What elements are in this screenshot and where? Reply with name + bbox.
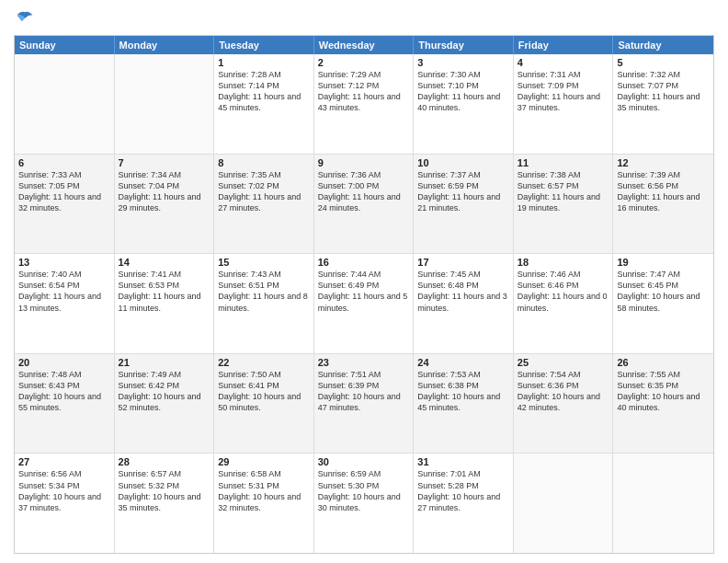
- cell-text: Sunrise: 7:38 AM Sunset: 6:57 PM Dayligh…: [518, 169, 609, 214]
- day-number: 3: [417, 57, 509, 68]
- cell-text: Sunrise: 7:36 AM Sunset: 7:00 PM Dayligh…: [318, 169, 410, 214]
- calendar-cell: 24Sunrise: 7:53 AM Sunset: 6:38 PM Dayli…: [414, 354, 514, 454]
- day-number: 6: [18, 157, 110, 168]
- day-number: 9: [318, 157, 410, 168]
- day-number: 2: [318, 57, 410, 68]
- day-number: 16: [318, 257, 410, 268]
- calendar-cell: 23Sunrise: 7:51 AM Sunset: 6:39 PM Dayli…: [314, 354, 415, 454]
- cell-text: Sunrise: 7:34 AM Sunset: 7:04 PM Dayligh…: [119, 169, 210, 214]
- calendar-row: 6Sunrise: 7:33 AM Sunset: 7:05 PM Daylig…: [15, 155, 713, 255]
- calendar-cell: 16Sunrise: 7:44 AM Sunset: 6:49 PM Dayli…: [314, 254, 415, 353]
- calendar-row: 1Sunrise: 7:28 AM Sunset: 7:14 PM Daylig…: [15, 54, 713, 155]
- calendar-cell: 14Sunrise: 7:41 AM Sunset: 6:53 PM Dayli…: [115, 254, 215, 353]
- cell-text: Sunrise: 7:53 AM Sunset: 6:38 PM Dayligh…: [417, 369, 509, 414]
- cell-text: Sunrise: 7:49 AM Sunset: 6:42 PM Dayligh…: [119, 369, 210, 414]
- cell-text: Sunrise: 7:01 AM Sunset: 5:28 PM Dayligh…: [417, 468, 509, 513]
- calendar-cell: 9Sunrise: 7:36 AM Sunset: 7:00 PM Daylig…: [314, 155, 415, 254]
- cell-text: Sunrise: 7:28 AM Sunset: 7:14 PM Dayligh…: [218, 69, 310, 114]
- cell-text: Sunrise: 7:30 AM Sunset: 7:10 PM Dayligh…: [417, 69, 509, 114]
- cell-text: Sunrise: 6:56 AM Sunset: 5:34 PM Dayligh…: [18, 468, 110, 513]
- calendar-cell: 20Sunrise: 7:48 AM Sunset: 6:43 PM Dayli…: [15, 354, 115, 454]
- calendar-cell: 7Sunrise: 7:34 AM Sunset: 7:04 PM Daylig…: [115, 155, 215, 254]
- calendar-cell: 11Sunrise: 7:38 AM Sunset: 6:57 PM Dayli…: [514, 155, 614, 254]
- day-number: 7: [119, 157, 210, 168]
- calendar-header-day: Wednesday: [314, 36, 415, 54]
- day-number: 26: [617, 357, 710, 368]
- calendar-row: 20Sunrise: 7:48 AM Sunset: 6:43 PM Dayli…: [15, 354, 713, 454]
- day-number: 14: [119, 257, 210, 268]
- day-number: 21: [119, 357, 210, 368]
- cell-text: Sunrise: 6:58 AM Sunset: 5:31 PM Dayligh…: [218, 468, 310, 513]
- calendar-cell: 2Sunrise: 7:29 AM Sunset: 7:12 PM Daylig…: [314, 54, 415, 154]
- calendar-cell: [115, 54, 215, 154]
- calendar-cell: 12Sunrise: 7:39 AM Sunset: 6:56 PM Dayli…: [613, 155, 713, 254]
- cell-text: Sunrise: 7:35 AM Sunset: 7:02 PM Dayligh…: [218, 169, 310, 214]
- day-number: 29: [218, 456, 310, 467]
- calendar: SundayMondayTuesdayWednesdayThursdayFrid…: [14, 35, 714, 554]
- day-number: 4: [518, 57, 609, 68]
- calendar-cell: 19Sunrise: 7:47 AM Sunset: 6:45 PM Dayli…: [613, 254, 713, 353]
- day-number: 24: [417, 357, 509, 368]
- day-number: 10: [417, 157, 509, 168]
- calendar-row: 13Sunrise: 7:40 AM Sunset: 6:54 PM Dayli…: [15, 254, 713, 354]
- day-number: 12: [617, 157, 710, 168]
- day-number: 5: [617, 57, 710, 68]
- cell-text: Sunrise: 7:32 AM Sunset: 7:07 PM Dayligh…: [617, 69, 710, 114]
- cell-text: Sunrise: 7:40 AM Sunset: 6:54 PM Dayligh…: [18, 269, 110, 314]
- cell-text: Sunrise: 7:45 AM Sunset: 6:48 PM Dayligh…: [417, 269, 509, 314]
- day-number: 19: [617, 257, 710, 268]
- calendar-header-day: Thursday: [414, 36, 514, 54]
- day-number: 20: [18, 357, 110, 368]
- header: [14, 9, 714, 28]
- calendar-body: 1Sunrise: 7:28 AM Sunset: 7:14 PM Daylig…: [15, 54, 713, 553]
- calendar-cell: [613, 454, 713, 553]
- day-number: 1: [218, 57, 310, 68]
- calendar-cell: 17Sunrise: 7:45 AM Sunset: 6:48 PM Dayli…: [414, 254, 514, 353]
- cell-text: Sunrise: 7:44 AM Sunset: 6:49 PM Dayligh…: [318, 269, 410, 314]
- cell-text: Sunrise: 7:55 AM Sunset: 6:35 PM Dayligh…: [617, 369, 710, 414]
- day-number: 13: [18, 257, 110, 268]
- page: SundayMondayTuesdayWednesdayThursdayFrid…: [0, 0, 728, 563]
- calendar-cell: 4Sunrise: 7:31 AM Sunset: 7:09 PM Daylig…: [514, 54, 614, 154]
- calendar-cell: 13Sunrise: 7:40 AM Sunset: 6:54 PM Dayli…: [15, 254, 115, 353]
- cell-text: Sunrise: 7:47 AM Sunset: 6:45 PM Dayligh…: [617, 269, 710, 314]
- cell-text: Sunrise: 7:31 AM Sunset: 7:09 PM Dayligh…: [518, 69, 609, 114]
- calendar-cell: 6Sunrise: 7:33 AM Sunset: 7:05 PM Daylig…: [15, 155, 115, 254]
- calendar-cell: 21Sunrise: 7:49 AM Sunset: 6:42 PM Dayli…: [115, 354, 215, 454]
- cell-text: Sunrise: 7:51 AM Sunset: 6:39 PM Dayligh…: [318, 369, 410, 414]
- cell-text: Sunrise: 7:50 AM Sunset: 6:41 PM Dayligh…: [218, 369, 310, 414]
- cell-text: Sunrise: 7:41 AM Sunset: 6:53 PM Dayligh…: [119, 269, 210, 314]
- cell-text: Sunrise: 7:33 AM Sunset: 7:05 PM Dayligh…: [18, 169, 110, 214]
- calendar-header-day: Saturday: [613, 36, 713, 54]
- calendar-cell: 26Sunrise: 7:55 AM Sunset: 6:35 PM Dayli…: [613, 354, 713, 454]
- calendar-header-day: Tuesday: [214, 36, 314, 54]
- day-number: 27: [18, 456, 110, 467]
- calendar-header-day: Friday: [514, 36, 614, 54]
- cell-text: Sunrise: 7:37 AM Sunset: 6:59 PM Dayligh…: [417, 169, 509, 214]
- calendar-row: 27Sunrise: 6:56 AM Sunset: 5:34 PM Dayli…: [15, 454, 713, 553]
- calendar-header-day: Sunday: [15, 36, 115, 54]
- day-number: 17: [417, 257, 509, 268]
- cell-text: Sunrise: 7:29 AM Sunset: 7:12 PM Dayligh…: [318, 69, 410, 114]
- day-number: 11: [518, 157, 609, 168]
- calendar-cell: 25Sunrise: 7:54 AM Sunset: 6:36 PM Dayli…: [514, 354, 614, 454]
- calendar-cell: 1Sunrise: 7:28 AM Sunset: 7:14 PM Daylig…: [214, 54, 314, 154]
- calendar-cell: 27Sunrise: 6:56 AM Sunset: 5:34 PM Dayli…: [15, 454, 115, 553]
- logo-area: [14, 9, 36, 28]
- day-number: 28: [119, 456, 210, 467]
- cell-text: Sunrise: 6:57 AM Sunset: 5:32 PM Dayligh…: [119, 468, 210, 513]
- calendar-cell: 31Sunrise: 7:01 AM Sunset: 5:28 PM Dayli…: [414, 454, 514, 553]
- calendar-cell: 30Sunrise: 6:59 AM Sunset: 5:30 PM Dayli…: [314, 454, 415, 553]
- calendar-cell: 18Sunrise: 7:46 AM Sunset: 6:46 PM Dayli…: [514, 254, 614, 353]
- calendar-cell: 15Sunrise: 7:43 AM Sunset: 6:51 PM Dayli…: [214, 254, 314, 353]
- calendar-cell: 22Sunrise: 7:50 AM Sunset: 6:41 PM Dayli…: [214, 354, 314, 454]
- calendar-cell: 3Sunrise: 7:30 AM Sunset: 7:10 PM Daylig…: [414, 54, 514, 154]
- calendar-cell: [514, 454, 614, 553]
- day-number: 15: [218, 257, 310, 268]
- calendar-header-day: Monday: [115, 36, 215, 54]
- day-number: 8: [218, 157, 310, 168]
- cell-text: Sunrise: 7:46 AM Sunset: 6:46 PM Dayligh…: [518, 269, 609, 314]
- day-number: 18: [518, 257, 609, 268]
- calendar-cell: [15, 54, 115, 154]
- cell-text: Sunrise: 7:48 AM Sunset: 6:43 PM Dayligh…: [18, 369, 110, 414]
